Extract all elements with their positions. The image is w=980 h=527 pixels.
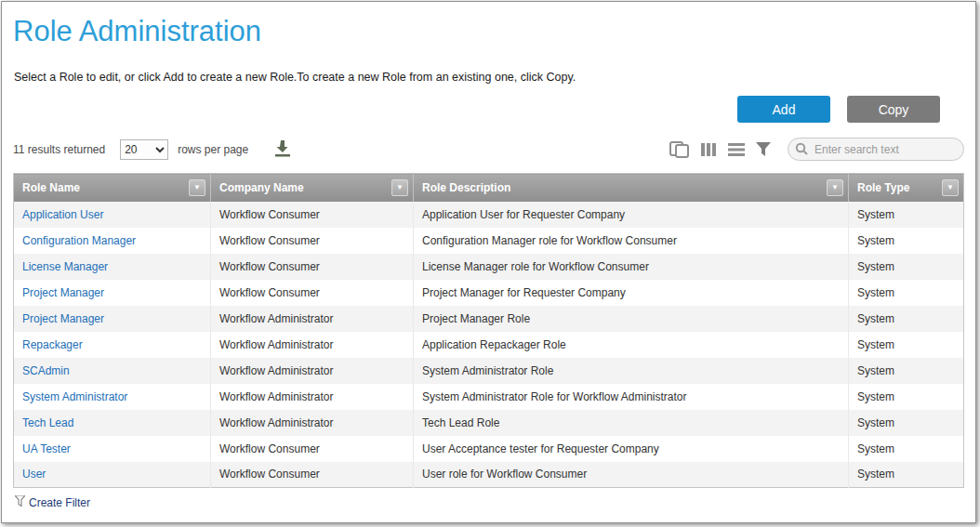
create-filter-link[interactable]: Create Filter xyxy=(15,495,90,509)
role-description-cell: System Administrator Role xyxy=(414,358,849,384)
role-description-cell: Tech Lead Role xyxy=(414,410,849,436)
role-name-cell: Project Manager xyxy=(14,280,211,306)
table-row[interactable]: Configuration Manager Workflow Consumer … xyxy=(14,228,964,254)
role-name-link[interactable]: User xyxy=(22,468,46,481)
role-name-cell: Application User xyxy=(14,202,211,228)
page-title: Role Administration xyxy=(13,15,975,48)
role-name-cell: User xyxy=(14,462,211,488)
page-subtitle: Select a Role to edit, or click Add to c… xyxy=(14,71,975,84)
download-icon xyxy=(272,139,293,160)
role-type-cell: System xyxy=(849,254,964,280)
role-type-cell: System xyxy=(849,410,964,436)
search-input[interactable] xyxy=(788,138,964,161)
column-menu-button[interactable]: ▼ xyxy=(189,179,205,196)
create-filter-label: Create Filter xyxy=(29,496,90,509)
create-filter-icon xyxy=(15,495,25,509)
company-name-cell: Workflow Consumer xyxy=(211,436,414,462)
role-name-link[interactable]: System Administrator xyxy=(22,390,127,403)
row-layout-icon[interactable] xyxy=(728,143,745,156)
role-description-cell: System Administrator Role for Workflow A… xyxy=(414,384,849,410)
role-name-link[interactable]: UA Tester xyxy=(22,442,71,455)
column-header-company-name[interactable]: Company Name ▼ xyxy=(211,174,414,202)
role-type-cell: System xyxy=(849,280,964,306)
export-pages-icon[interactable] xyxy=(669,141,690,158)
role-description-cell: Project Manager Role xyxy=(414,306,849,332)
role-type-cell: System xyxy=(849,358,964,384)
role-name-cell: Configuration Manager xyxy=(14,228,211,254)
role-name-cell: Project Manager xyxy=(14,306,211,332)
role-name-link[interactable]: Application User xyxy=(22,208,103,221)
table-row[interactable]: License Manager Workflow Consumer Licens… xyxy=(14,254,964,280)
company-name-cell: Workflow Administrator xyxy=(211,358,414,384)
add-button[interactable]: Add xyxy=(737,96,830,123)
role-name-link[interactable]: SCAdmin xyxy=(22,364,70,377)
role-name-cell: Repackager xyxy=(14,332,211,358)
role-name-link[interactable]: Tech Lead xyxy=(22,416,73,429)
role-name-link[interactable]: Project Manager xyxy=(22,286,104,299)
role-description-cell: License Manager role for Workflow Consum… xyxy=(414,254,849,280)
filter-funnel-icon[interactable] xyxy=(756,142,771,156)
roles-table: Role Name ▼ Company Name ▼ Role Descript… xyxy=(13,173,964,488)
rows-per-page-select[interactable]: 20 xyxy=(120,139,168,160)
role-name-cell: System Administrator xyxy=(14,384,211,410)
search-box xyxy=(788,138,964,161)
column-menu-button[interactable]: ▼ xyxy=(942,179,959,196)
role-type-cell: System xyxy=(849,332,964,358)
column-header-role-name[interactable]: Role Name ▼ xyxy=(14,174,211,202)
role-description-cell: Configuration Manager role for Workflow … xyxy=(414,228,849,254)
role-name-cell: SCAdmin xyxy=(14,358,211,384)
table-row[interactable]: User Workflow Consumer User role for Wor… xyxy=(14,462,964,488)
company-name-cell: Workflow Administrator xyxy=(211,332,414,358)
role-administration-page: Role Administration Select a Role to edi… xyxy=(1,1,976,523)
action-buttons: Add Copy xyxy=(2,96,940,123)
role-name-link[interactable]: Configuration Manager xyxy=(22,234,136,247)
column-menu-button[interactable]: ▼ xyxy=(827,179,843,196)
company-name-cell: Workflow Administrator xyxy=(211,306,414,332)
role-type-cell: System xyxy=(849,306,964,332)
company-name-cell: Workflow Administrator xyxy=(211,410,414,436)
table-row[interactable]: Project Manager Workflow Consumer Projec… xyxy=(14,280,964,306)
table-row[interactable]: Tech Lead Workflow Administrator Tech Le… xyxy=(14,410,964,436)
role-description-cell: User Acceptance tester for Requester Com… xyxy=(414,436,849,462)
column-chooser-icon[interactable] xyxy=(701,142,717,157)
table-row[interactable]: Application User Workflow Consumer Appli… xyxy=(14,202,964,228)
table-row[interactable]: UA Tester Workflow Consumer User Accepta… xyxy=(14,436,964,462)
company-name-cell: Workflow Consumer xyxy=(211,254,414,280)
table-row[interactable]: Project Manager Workflow Administrator P… xyxy=(14,306,964,332)
toolbar-right-icons xyxy=(669,138,964,161)
role-description-cell: Application User for Requester Company xyxy=(414,202,849,228)
column-header-label: Company Name xyxy=(219,181,304,194)
company-name-cell: Workflow Consumer xyxy=(211,202,414,228)
role-description-cell: User role for Workflow Consumer xyxy=(414,462,849,488)
role-name-cell: UA Tester xyxy=(14,436,211,462)
role-name-link[interactable]: Project Manager xyxy=(22,312,104,325)
company-name-cell: Workflow Consumer xyxy=(211,228,414,254)
grid-toolbar: 11 results returned 20 rows per page xyxy=(13,138,964,161)
company-name-cell: Workflow Administrator xyxy=(211,384,414,410)
table-header-row: Role Name ▼ Company Name ▼ Role Descript… xyxy=(14,174,964,202)
role-type-cell: System xyxy=(849,462,964,488)
download-button[interactable] xyxy=(272,139,293,160)
role-name-link[interactable]: Repackager xyxy=(22,338,83,351)
column-header-role-type[interactable]: Role Type ▼ xyxy=(849,174,964,202)
role-name-cell: Tech Lead xyxy=(14,410,211,436)
role-description-cell: Project Manager for Requester Company xyxy=(414,280,849,306)
role-name-link[interactable]: License Manager xyxy=(22,260,108,273)
company-name-cell: Workflow Consumer xyxy=(211,462,414,488)
column-header-label: Role Name xyxy=(22,181,80,194)
company-name-cell: Workflow Consumer xyxy=(211,280,414,306)
role-description-cell: Application Repackager Role xyxy=(414,332,849,358)
rows-per-page-label: rows per page xyxy=(178,143,248,156)
role-type-cell: System xyxy=(849,228,964,254)
column-menu-button[interactable]: ▼ xyxy=(391,179,408,196)
column-header-role-description[interactable]: Role Description ▼ xyxy=(414,174,849,202)
table-row[interactable]: System Administrator Workflow Administra… xyxy=(14,384,964,410)
table-row[interactable]: Repackager Workflow Administrator Applic… xyxy=(14,332,964,358)
role-type-cell: System xyxy=(849,436,964,462)
copy-button[interactable]: Copy xyxy=(847,96,940,123)
column-header-label: Role Description xyxy=(422,181,510,194)
table-row[interactable]: SCAdmin Workflow Administrator System Ad… xyxy=(14,358,964,384)
role-name-cell: License Manager xyxy=(14,254,211,280)
role-type-cell: System xyxy=(849,202,964,228)
role-type-cell: System xyxy=(849,384,964,410)
